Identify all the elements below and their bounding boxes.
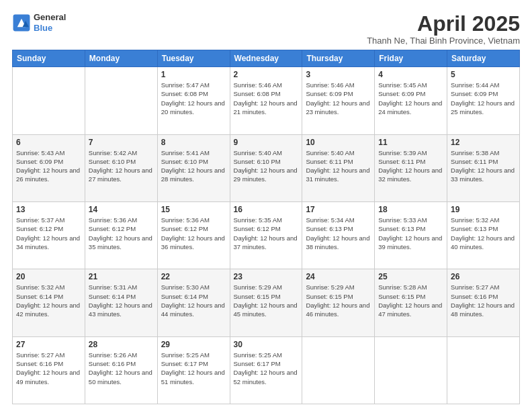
day-number: 16 [234, 205, 299, 214]
main-title: April 2025 [367, 12, 520, 36]
day-info: Sunrise: 5:33 AMSunset: 6:13 PMDaylight:… [378, 216, 443, 251]
calendar-cell: 5Sunrise: 5:44 AMSunset: 6:09 PMDaylight… [447, 67, 520, 134]
calendar-cell: 11Sunrise: 5:39 AMSunset: 6:11 PMDayligh… [375, 134, 447, 201]
day-info: Sunrise: 5:29 AMSunset: 6:15 PMDaylight:… [234, 283, 299, 318]
calendar-cell: 1Sunrise: 5:47 AMSunset: 6:08 PMDaylight… [157, 67, 230, 134]
header: General Blue April 2025 Thanh Ne, Thai B… [12, 12, 520, 46]
day-number: 4 [378, 70, 443, 79]
day-number: 20 [16, 272, 81, 281]
day-number: 3 [306, 70, 371, 79]
calendar-cell: 21Sunrise: 5:31 AMSunset: 6:14 PMDayligh… [85, 269, 157, 336]
day-number: 23 [234, 272, 299, 281]
day-info: Sunrise: 5:32 AMSunset: 6:13 PMDaylight:… [451, 216, 516, 251]
day-info: Sunrise: 5:44 AMSunset: 6:09 PMDaylight:… [451, 81, 516, 116]
calendar-cell: 6Sunrise: 5:43 AMSunset: 6:09 PMDaylight… [13, 134, 85, 201]
calendar-table: SundayMondayTuesdayWednesdayThursdayFrid… [12, 50, 520, 404]
week-row-1: 1Sunrise: 5:47 AMSunset: 6:08 PMDaylight… [13, 67, 520, 134]
day-info: Sunrise: 5:40 AMSunset: 6:11 PMDaylight:… [306, 148, 371, 184]
logo: General Blue [12, 12, 66, 33]
page: General Blue April 2025 Thanh Ne, Thai B… [0, 0, 532, 411]
day-info: Sunrise: 5:36 AMSunset: 6:12 PMDaylight:… [161, 216, 226, 251]
calendar-cell: 22Sunrise: 5:30 AMSunset: 6:14 PMDayligh… [157, 269, 230, 336]
day-number: 26 [451, 272, 516, 281]
calendar-cell: 15Sunrise: 5:36 AMSunset: 6:12 PMDayligh… [157, 201, 230, 269]
calendar-cell: 20Sunrise: 5:32 AMSunset: 6:14 PMDayligh… [13, 269, 85, 336]
day-info: Sunrise: 5:41 AMSunset: 6:10 PMDaylight:… [161, 148, 226, 184]
calendar-body: 1Sunrise: 5:47 AMSunset: 6:08 PMDaylight… [13, 67, 520, 404]
column-header-monday: Monday [85, 50, 157, 67]
day-number: 19 [451, 205, 516, 214]
calendar-cell: 2Sunrise: 5:46 AMSunset: 6:08 PMDaylight… [230, 67, 302, 134]
day-number: 12 [451, 138, 516, 147]
calendar-cell: 27Sunrise: 5:27 AMSunset: 6:16 PMDayligh… [13, 336, 85, 404]
calendar-cell: 10Sunrise: 5:40 AMSunset: 6:11 PMDayligh… [302, 134, 375, 201]
day-of-week-row: SundayMondayTuesdayWednesdayThursdayFrid… [13, 50, 520, 67]
day-info: Sunrise: 5:46 AMSunset: 6:09 PMDaylight:… [306, 81, 371, 116]
calendar-cell: 3Sunrise: 5:46 AMSunset: 6:09 PMDaylight… [302, 67, 375, 134]
day-number: 9 [234, 138, 299, 147]
day-info: Sunrise: 5:43 AMSunset: 6:09 PMDaylight:… [16, 148, 81, 184]
calendar-cell: 25Sunrise: 5:28 AMSunset: 6:15 PMDayligh… [375, 269, 447, 336]
calendar-cell: 8Sunrise: 5:41 AMSunset: 6:10 PMDaylight… [157, 134, 230, 201]
calendar-cell: 9Sunrise: 5:40 AMSunset: 6:10 PMDaylight… [230, 134, 302, 201]
column-header-tuesday: Tuesday [157, 50, 230, 67]
day-number: 29 [161, 340, 226, 349]
day-number: 22 [161, 272, 226, 281]
week-row-2: 6Sunrise: 5:43 AMSunset: 6:09 PMDaylight… [13, 134, 520, 201]
day-info: Sunrise: 5:27 AMSunset: 6:16 PMDaylight:… [16, 351, 81, 386]
calendar-cell: 28Sunrise: 5:26 AMSunset: 6:16 PMDayligh… [85, 336, 157, 404]
logo-icon [12, 13, 31, 32]
week-row-4: 20Sunrise: 5:32 AMSunset: 6:14 PMDayligh… [13, 269, 520, 336]
calendar-cell: 19Sunrise: 5:32 AMSunset: 6:13 PMDayligh… [447, 201, 520, 269]
calendar-cell: 24Sunrise: 5:29 AMSunset: 6:15 PMDayligh… [302, 269, 375, 336]
day-info: Sunrise: 5:39 AMSunset: 6:11 PMDaylight:… [378, 148, 443, 184]
logo-text: General Blue [34, 12, 66, 33]
day-info: Sunrise: 5:27 AMSunset: 6:16 PMDaylight:… [451, 283, 516, 318]
column-header-wednesday: Wednesday [230, 50, 302, 67]
day-number: 24 [306, 272, 371, 281]
day-number: 14 [89, 205, 154, 214]
calendar-cell: 16Sunrise: 5:35 AMSunset: 6:12 PMDayligh… [230, 201, 302, 269]
calendar-cell: 23Sunrise: 5:29 AMSunset: 6:15 PMDayligh… [230, 269, 302, 336]
day-info: Sunrise: 5:34 AMSunset: 6:13 PMDaylight:… [306, 216, 371, 251]
day-info: Sunrise: 5:45 AMSunset: 6:09 PMDaylight:… [378, 81, 443, 116]
day-info: Sunrise: 5:40 AMSunset: 6:10 PMDaylight:… [234, 148, 299, 184]
day-info: Sunrise: 5:38 AMSunset: 6:11 PMDaylight:… [451, 148, 516, 184]
day-info: Sunrise: 5:25 AMSunset: 6:17 PMDaylight:… [161, 351, 226, 386]
subtitle: Thanh Ne, Thai Binh Province, Vietnam [367, 36, 520, 46]
day-number: 10 [306, 138, 371, 147]
day-number: 5 [451, 70, 516, 79]
column-header-sunday: Sunday [13, 50, 85, 67]
day-info: Sunrise: 5:37 AMSunset: 6:12 PMDaylight:… [16, 216, 81, 251]
day-info: Sunrise: 5:47 AMSunset: 6:08 PMDaylight:… [161, 81, 226, 116]
day-number: 27 [16, 340, 81, 349]
day-info: Sunrise: 5:35 AMSunset: 6:12 PMDaylight:… [234, 216, 299, 251]
week-row-5: 27Sunrise: 5:27 AMSunset: 6:16 PMDayligh… [13, 336, 520, 404]
column-header-friday: Friday [375, 50, 447, 67]
calendar-cell [447, 336, 520, 404]
day-number: 17 [306, 205, 371, 214]
day-info: Sunrise: 5:46 AMSunset: 6:08 PMDaylight:… [234, 81, 299, 116]
day-info: Sunrise: 5:25 AMSunset: 6:17 PMDaylight:… [234, 351, 299, 386]
calendar-cell: 29Sunrise: 5:25 AMSunset: 6:17 PMDayligh… [157, 336, 230, 404]
week-row-3: 13Sunrise: 5:37 AMSunset: 6:12 PMDayligh… [13, 201, 520, 269]
day-number: 11 [378, 138, 443, 147]
title-block: April 2025 Thanh Ne, Thai Binh Province,… [367, 12, 520, 46]
calendar-cell: 17Sunrise: 5:34 AMSunset: 6:13 PMDayligh… [302, 201, 375, 269]
day-info: Sunrise: 5:36 AMSunset: 6:12 PMDaylight:… [89, 216, 154, 251]
calendar-cell [13, 67, 85, 134]
day-info: Sunrise: 5:30 AMSunset: 6:14 PMDaylight:… [161, 283, 226, 318]
day-number: 13 [16, 205, 81, 214]
day-info: Sunrise: 5:42 AMSunset: 6:10 PMDaylight:… [89, 148, 154, 184]
day-number: 6 [16, 138, 81, 147]
calendar-cell: 12Sunrise: 5:38 AMSunset: 6:11 PMDayligh… [447, 134, 520, 201]
day-number: 30 [234, 340, 299, 349]
calendar-cell [375, 336, 447, 404]
day-number: 8 [161, 138, 226, 147]
day-number: 25 [378, 272, 443, 281]
column-header-thursday: Thursday [302, 50, 375, 67]
day-number: 1 [161, 70, 226, 79]
day-number: 21 [89, 272, 154, 281]
calendar-cell: 4Sunrise: 5:45 AMSunset: 6:09 PMDaylight… [375, 67, 447, 134]
day-number: 18 [378, 205, 443, 214]
